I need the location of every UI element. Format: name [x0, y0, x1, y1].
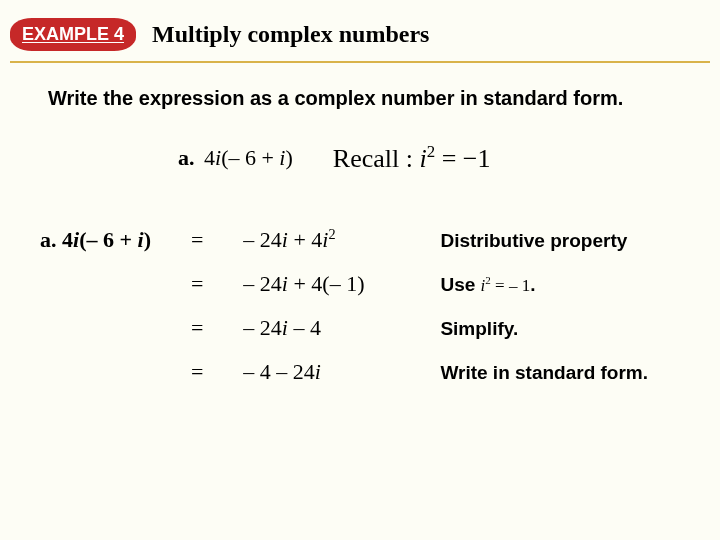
rhs-part: – 4: [288, 315, 321, 340]
eq-sign: =: [191, 271, 235, 297]
problem-label: a.: [178, 145, 195, 170]
recall-var: i: [419, 144, 426, 173]
rhs-step-3: – 24i – 4: [243, 315, 396, 341]
work-steps: a. 4i(– 6 + i) = – 24i + 4i2 Distributiv…: [40, 226, 680, 385]
expr-part: 4: [199, 145, 216, 170]
lhs-part: (– 6 +: [79, 227, 137, 252]
reason-post: .: [530, 274, 535, 295]
expr-part: ): [285, 145, 292, 170]
expr-part: (– 6 +: [221, 145, 279, 170]
reason-step-1: Distributive property: [404, 230, 680, 252]
rhs-step-1: – 24i + 4i2: [243, 226, 396, 253]
reason-step-3: Simplify.: [404, 318, 680, 340]
recall-text: = −1: [435, 144, 490, 173]
problem-a: a. 4i(– 6 + i): [178, 145, 293, 171]
reason-step-2: Use i2 = – 1.: [404, 274, 680, 296]
rhs-var: i: [315, 359, 321, 384]
eq-sign: =: [191, 315, 235, 341]
rhs-part: – 24: [243, 271, 282, 296]
rhs-part: + 4(– 1): [288, 271, 365, 296]
reason-step-4: Write in standard form.: [404, 362, 680, 384]
rhs-sup: 2: [328, 226, 335, 242]
rhs-part: – 4 – 24: [243, 359, 315, 384]
rhs-part: – 24: [243, 227, 282, 252]
content: Write the expression as a complex number…: [0, 63, 720, 385]
reason-pre: Use: [440, 274, 480, 295]
rhs-part: – 24: [243, 315, 282, 340]
recall-sup: 2: [427, 142, 435, 161]
lhs-label: a.: [40, 227, 57, 252]
eq-sign: =: [191, 359, 235, 385]
lhs-part: ): [144, 227, 151, 252]
rhs-step-2: – 24i + 4(– 1): [243, 271, 396, 297]
work-lhs: a. 4i(– 6 + i): [40, 227, 183, 253]
eq-sign: =: [191, 227, 235, 253]
recall-note: Recall : i2 = −1: [333, 142, 491, 174]
rhs-part: + 4: [288, 227, 322, 252]
problem-row: a. 4i(– 6 + i) Recall : i2 = −1: [178, 142, 680, 174]
page-title: Multiply complex numbers: [152, 21, 429, 48]
recall-text: Recall :: [333, 144, 420, 173]
header: EXAMPLE 4 Multiply complex numbers: [0, 0, 720, 59]
reason-rest: = – 1: [491, 276, 530, 295]
instruction-text: Write the expression as a complex number…: [48, 85, 680, 112]
rhs-step-4: – 4 – 24i: [243, 359, 396, 385]
lhs-part: 4: [57, 227, 74, 252]
example-badge: EXAMPLE 4: [10, 18, 136, 51]
